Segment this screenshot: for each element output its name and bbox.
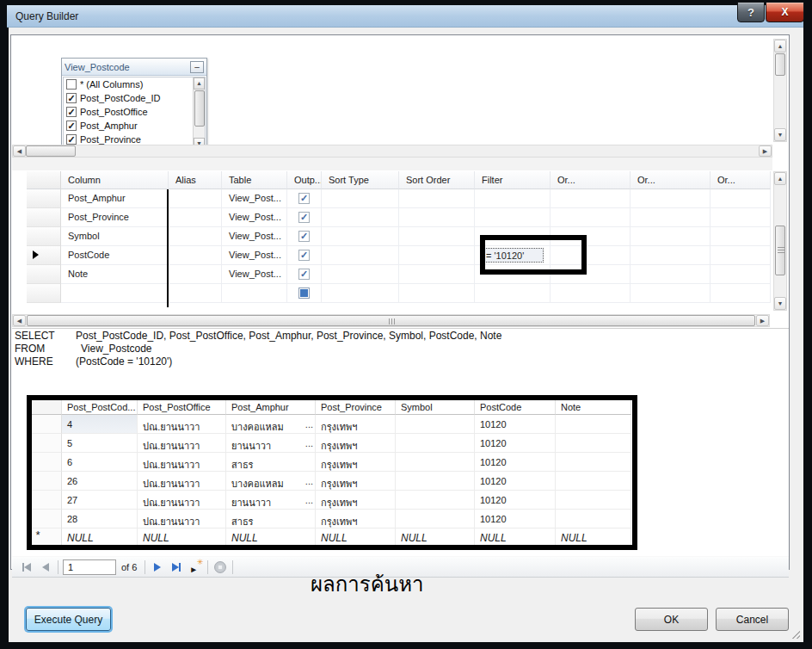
criteria-cell-or2[interactable] — [631, 189, 710, 208]
criteria-cell-filter[interactable] — [475, 284, 551, 303]
criteria-vscrollbar[interactable]: ▲ ▼ — [773, 171, 787, 311]
criteria-hscrollbar[interactable]: ◀ ▶ — [12, 314, 770, 327]
output-checkbox[interactable] — [298, 193, 310, 204]
criteria-cell-alias[interactable] — [169, 246, 222, 265]
diagram-column-row[interactable]: Post_PostOffice — [64, 105, 205, 119]
diagram-list-scrollbar[interactable]: ▲ ▼ — [193, 77, 205, 150]
diagram-table-header[interactable]: View_Postcode – — [62, 59, 206, 76]
resize-grip[interactable] — [791, 630, 800, 639]
criteria-cell-sort-type[interactable] — [322, 227, 399, 246]
criteria-cell-column[interactable] — [61, 284, 169, 303]
criteria-cell-column[interactable]: Post_Province — [61, 208, 169, 227]
criteria-cell-filter[interactable] — [475, 208, 551, 227]
criteria-cell-sort-type[interactable] — [322, 265, 399, 284]
criteria-cell-or1[interactable] — [551, 284, 631, 303]
help-button[interactable]: ? — [737, 2, 765, 22]
criteria-cell-or1[interactable] — [551, 208, 631, 227]
criteria-cell-table[interactable]: View_Post... — [222, 246, 287, 265]
diagram-column-row[interactable]: Post_Amphur — [64, 119, 205, 133]
column-checkbox[interactable] — [66, 121, 77, 131]
diagram-hscrollbar[interactable]: ◀ ▶ — [12, 145, 772, 158]
delete-button[interactable] — [211, 559, 230, 576]
criteria-header-cell[interactable]: Filter — [475, 171, 551, 189]
scroll-thumb[interactable] — [26, 145, 76, 157]
scroll-right-icon[interactable]: ▶ — [756, 315, 769, 326]
criteria-row-selector[interactable] — [27, 208, 61, 227]
criteria-cell-sort-order[interactable] — [399, 227, 475, 246]
ok-button[interactable]: OK — [635, 608, 708, 631]
criteria-cell-table[interactable]: View_Post... — [222, 208, 287, 227]
titlebar[interactable]: Query Builder — [7, 5, 803, 28]
minimize-icon[interactable]: – — [190, 61, 204, 73]
criteria-cell-filter[interactable] — [475, 189, 551, 208]
output-checkbox[interactable] — [298, 250, 310, 261]
scroll-thumb[interactable] — [27, 315, 755, 326]
column-checkbox[interactable] — [66, 134, 77, 145]
output-checkbox[interactable] — [298, 212, 310, 223]
criteria-cell-or3[interactable] — [710, 189, 771, 208]
criteria-header-cell[interactable]: Sort Order — [399, 171, 475, 189]
scroll-thumb[interactable] — [775, 226, 785, 275]
scroll-down-icon[interactable]: ▼ — [774, 297, 786, 310]
criteria-row-selector[interactable] — [27, 189, 61, 208]
criteria-cell-table[interactable] — [222, 284, 287, 303]
diagram-table-window[interactable]: View_Postcode – * (All Columns)Post_Post… — [61, 58, 207, 150]
sql-pane[interactable]: SELECTPost_PostCode_ID, Post_PostOffice,… — [12, 328, 789, 392]
criteria-cell-or1[interactable] — [551, 189, 631, 208]
column-checkbox[interactable] — [66, 93, 77, 103]
criteria-cell-sort-order[interactable] — [399, 246, 475, 265]
criteria-cell-alias[interactable] — [169, 227, 222, 246]
sql-line[interactable]: FROMView_Postcode — [12, 343, 789, 355]
output-checkbox[interactable] — [298, 287, 310, 299]
output-checkbox[interactable] — [298, 231, 310, 242]
criteria-header-cell[interactable]: Table — [222, 171, 287, 189]
criteria-header-cell[interactable]: Sort Type — [322, 171, 399, 189]
scroll-right-icon[interactable]: ▶ — [759, 145, 772, 157]
criteria-header-cell[interactable]: Or... — [551, 171, 631, 189]
criteria-cell-or3[interactable] — [710, 246, 771, 265]
criteria-cell-output[interactable] — [287, 227, 322, 246]
criteria-cell-column[interactable]: Note — [61, 265, 169, 284]
scroll-up-icon[interactable]: ▲ — [774, 40, 786, 53]
criteria-cell-or3[interactable] — [710, 284, 771, 303]
column-checkbox[interactable] — [66, 79, 77, 90]
criteria-cell-or2[interactable] — [631, 284, 710, 303]
scroll-left-icon[interactable]: ◀ — [13, 315, 26, 326]
diagram-column-row[interactable]: * (All Columns) — [64, 77, 205, 91]
criteria-cell-column[interactable]: Symbol — [61, 227, 169, 246]
scroll-up-icon[interactable]: ▲ — [774, 172, 786, 185]
sql-line[interactable]: WHERE(PostCode = '10120') — [12, 355, 789, 368]
output-checkbox[interactable] — [298, 269, 310, 280]
move-first-button[interactable] — [17, 559, 36, 576]
criteria-cell-alias[interactable] — [169, 284, 222, 303]
criteria-cell-alias[interactable] — [169, 208, 222, 227]
criteria-cell-or3[interactable] — [710, 265, 771, 284]
criteria-header-cell[interactable]: Outp... — [287, 171, 322, 189]
criteria-cell-output[interactable] — [287, 246, 322, 265]
criteria-cell-or3[interactable] — [710, 227, 771, 246]
criteria-cell-sort-order[interactable] — [399, 284, 475, 303]
diagram-vscrollbar[interactable]: ▲ ▼ — [773, 39, 787, 142]
criteria-cell-table[interactable]: View_Post... — [222, 189, 287, 208]
scroll-left-icon[interactable]: ◀ — [13, 145, 26, 157]
criteria-cell-table[interactable]: View_Post... — [222, 265, 287, 284]
sql-line[interactable]: SELECTPost_PostCode_ID, Post_PostOffice,… — [12, 330, 789, 342]
scroll-down-icon[interactable]: ▼ — [774, 128, 786, 141]
criteria-cell-or2[interactable] — [631, 246, 710, 265]
criteria-cell-sort-order[interactable] — [399, 208, 475, 227]
criteria-cell-sort-order[interactable] — [399, 189, 475, 208]
criteria-cell-sort-type[interactable] — [322, 284, 399, 303]
criteria-cell-or2[interactable] — [631, 265, 710, 284]
criteria-cell-column[interactable]: PostCode — [61, 246, 169, 265]
criteria-cell-output[interactable] — [287, 208, 322, 227]
diagram-column-row[interactable]: Post_PostCode_ID — [64, 91, 205, 105]
execute-query-button[interactable]: Execute Query — [26, 608, 111, 631]
criteria-header-cell[interactable]: Or... — [631, 171, 710, 189]
add-new-button[interactable]: ► ✳ — [186, 559, 205, 576]
criteria-row-selector[interactable] — [27, 284, 61, 303]
criteria-header-cell[interactable]: Column — [61, 171, 169, 189]
pane-splitter[interactable] — [12, 158, 772, 170]
criteria-cell-column[interactable]: Post_Amphur — [61, 189, 169, 208]
move-last-button[interactable] — [167, 559, 186, 576]
criteria-row-selector[interactable] — [27, 246, 61, 265]
